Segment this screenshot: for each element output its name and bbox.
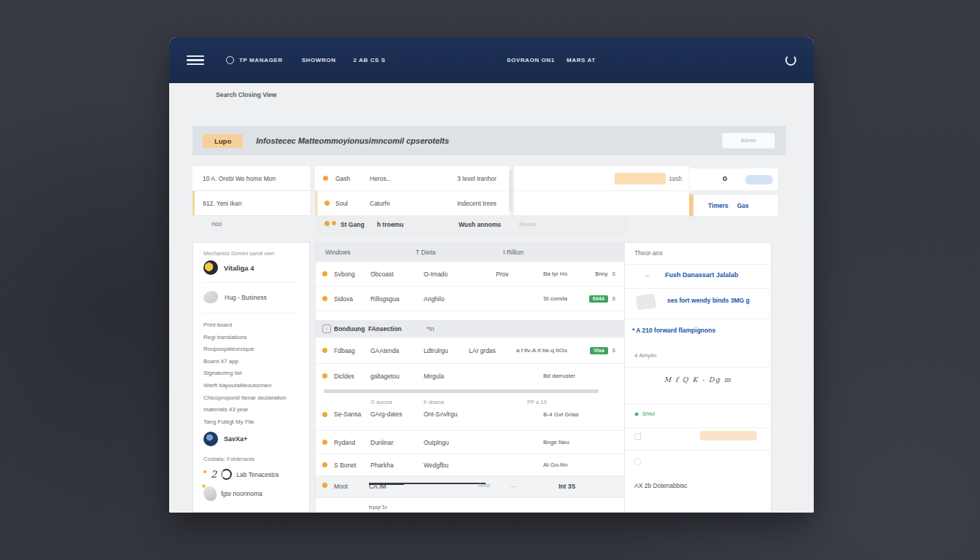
- cell: B-4 Gvt Grlas: [543, 411, 624, 418]
- section-label: *In: [427, 325, 624, 332]
- left-card-2[interactable]: 912. Yeni Ikan: [192, 191, 310, 216]
- status-dot-icon: [316, 440, 334, 445]
- sidebar-item-fgte[interactable]: fgte noonnoma: [203, 486, 299, 501]
- sidebar-item-label: fgte noonnoma: [221, 490, 262, 497]
- sidebar-link[interactable]: Regi translations: [203, 332, 299, 344]
- cell: Moot: [334, 483, 348, 490]
- cell: Svbong: [334, 271, 370, 278]
- sidebar-link[interactable]: Print board: [203, 319, 299, 332]
- hamburger-menu-icon[interactable]: [187, 53, 204, 68]
- summary-row[interactable]: St Gang h troemu Wush annoms Round: [315, 216, 627, 235]
- admin-button[interactable]: Admin: [722, 133, 775, 149]
- highlight-bar: [615, 173, 666, 184]
- sub-labels: O aurora fr drama PP a 19: [316, 399, 624, 405]
- scrollbar[interactable]: [509, 169, 513, 211]
- left-card-1[interactable]: 10 A. Orebi We home Mon: [192, 166, 310, 191]
- cell: Rydand: [334, 439, 370, 446]
- timers-link[interactable]: Timers: [708, 202, 728, 209]
- avatar: [203, 432, 218, 446]
- desktop-background: TP MANAGER SHOWRON 2 AB CS S SOVRAON ON1…: [0, 0, 980, 560]
- table-row[interactable]: Rydand Dunlinar Outplngu Bnge Neu: [316, 431, 624, 454]
- right-panel-link-2[interactable]: ses fort wendy binds 3MG g: [667, 297, 768, 305]
- underline-bar: [369, 483, 486, 484]
- search-note: Search Closing View: [216, 91, 276, 98]
- cell: Prov: [496, 271, 543, 278]
- account-name: SavXa+: [224, 435, 247, 443]
- page-content: Search Closing View Lupo Infostecec Matt…: [169, 83, 814, 513]
- sidebar-account[interactable]: SavXa+: [203, 432, 299, 446]
- gas-link[interactable]: Gas: [737, 202, 749, 209]
- brand-label: TP MANAGER: [239, 57, 283, 63]
- number-glyph: 2: [211, 469, 217, 480]
- sidebar-link[interactable]: Chicoproporst tienar declaration: [203, 392, 299, 405]
- sidebar-heading: Costata; Folderania: [203, 456, 299, 462]
- right-panel-link-1[interactable]: Fush Danassart Jalalab: [665, 271, 766, 279]
- sub-label: PP a 19: [527, 399, 624, 405]
- table-row[interactable]: Soul Caturhi Indecent trees: [315, 191, 510, 216]
- cell: Pharkha: [370, 462, 424, 469]
- sidebar-link[interactable]: Board 47 app: [203, 356, 299, 368]
- highlight-label: tasb: [669, 175, 682, 182]
- progress-bar: [324, 389, 599, 393]
- overview-mini-table: Gash Heros... 3 level tranhor Soul Catur…: [315, 166, 510, 216]
- green-status-label: Shivi: [642, 411, 655, 417]
- table-row[interactable]: S Bonet Pharkha Wedgfbu At Go-Nn: [316, 454, 624, 476]
- column-header: Windows: [316, 249, 416, 256]
- sidebar-item-lab[interactable]: 2 Lab Tenacestra: [203, 469, 299, 480]
- section-icon: i: [322, 324, 331, 333]
- nav-item-4[interactable]: MARS AT: [567, 57, 596, 63]
- brand[interactable]: TP MANAGER: [226, 56, 283, 64]
- status-dot-icon: [316, 271, 334, 276]
- sidebar-link[interactable]: Tang Fubigt My File: [203, 416, 299, 429]
- cell: Bnge Neu: [543, 439, 624, 446]
- table-row[interactable]: Dicldes galtagetou Mirgula Bd darruster: [316, 364, 624, 388]
- right-panel-small-note: 4 Amylin: [634, 352, 656, 359]
- cell: Int 3S: [559, 483, 575, 490]
- sidebar-profile[interactable]: Vitaliga 4: [203, 260, 299, 283]
- checkbox[interactable]: [634, 459, 641, 465]
- cell: O-Imado: [424, 271, 496, 278]
- page-title: Infostecec Matteommoyionusimncomil cpser…: [256, 136, 449, 145]
- nav-item-3[interactable]: SOVRAON ON1: [507, 57, 555, 63]
- cell: Dunlinar: [370, 439, 424, 446]
- table-row[interactable]: Moot CA.IM Arms — Int 3S: [316, 476, 624, 498]
- sub-label: O aurora: [370, 399, 424, 405]
- overview-cell: Heros...: [370, 175, 457, 182]
- summary-cell: St Gang: [341, 221, 365, 228]
- sidebar-item-label: Lab Tenacestra: [236, 471, 279, 478]
- sidebar-link[interactable]: materials 43 year: [203, 404, 299, 416]
- sidebar-link[interactable]: Roupouyateurcique: [203, 343, 299, 356]
- table-row[interactable]: Fdbaag GAAtenda Ldtrulrgu LAr grdas a f …: [316, 338, 624, 364]
- table-footer-note: trpqr'1r: [316, 498, 624, 510]
- cell: Anghilo: [424, 295, 496, 303]
- sidebar-link[interactable]: Signaturing list: [203, 368, 299, 380]
- status-dot-icon: [316, 462, 334, 467]
- right-panel-link-3[interactable]: * A 210 forward flampignons: [632, 327, 715, 335]
- checkbox[interactable]: [634, 433, 641, 440]
- green-status: ◆ Shivi: [634, 411, 655, 417]
- cell: Wedgfbu: [424, 462, 496, 469]
- table-row[interactable]: Gash Heros... 3 level tranhor: [315, 166, 510, 191]
- nav-item-1[interactable]: SHOWRON: [302, 57, 336, 63]
- signature-note: M f Q K - Dg m: [625, 376, 771, 384]
- sidebar-secondary[interactable]: Hug - Business: [203, 283, 299, 314]
- status-dot-icon: [322, 483, 327, 488]
- status-card[interactable]: o: [689, 168, 779, 191]
- yellow-dot-icon: [202, 484, 206, 488]
- status-dot-icon: [315, 176, 335, 181]
- status-badge: Visa: [590, 347, 607, 354]
- main-panel: Windows T Dieta I Rillion Svbong Obcoast…: [315, 242, 771, 513]
- cell: Ont-SAvlrgu: [424, 411, 496, 418]
- sub-label: fr drama: [424, 399, 527, 405]
- top-navbar: TP MANAGER SHOWRON 2 AB CS S SOVRAON ON1…: [169, 37, 814, 83]
- column-header: T Dieta: [416, 249, 503, 256]
- table-row[interactable]: Svbong Obcoast O-Imado Prov Ba tyr Hou $…: [316, 262, 624, 287]
- sidebar-link[interactable]: Werft bayoutatileoutonnen: [203, 380, 299, 392]
- overview-cell: Soul: [335, 200, 370, 207]
- user-arc-icon[interactable]: [785, 55, 796, 66]
- nav-item-2[interactable]: 2 AB CS S: [354, 57, 386, 63]
- table-row[interactable]: O aurora fr drama PP a 19 Se-Sansa GArg-…: [316, 394, 624, 431]
- status-dot-icon: [316, 296, 334, 301]
- cell: Bd darruster: [543, 373, 624, 379]
- table-row[interactable]: Sidova Rillogsgua Anghilo St convlate €4…: [316, 287, 624, 311]
